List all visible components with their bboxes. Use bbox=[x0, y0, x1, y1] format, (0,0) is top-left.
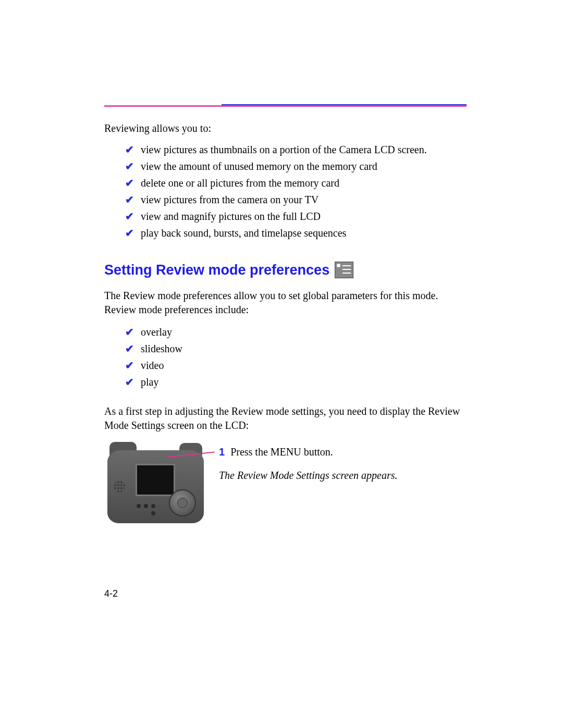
intro-text: Reviewing allows you to: bbox=[104, 122, 467, 134]
step-number: 1 bbox=[219, 446, 225, 458]
lead-in-text: As a first step in adjusting the Review … bbox=[104, 404, 467, 433]
camera-lcd-icon bbox=[136, 464, 175, 496]
page-number: 4-2 bbox=[104, 588, 467, 599]
list-item: view pictures as thumbnails on a portion… bbox=[125, 142, 467, 157]
step-result: The Review Mode Settings screen appears. bbox=[219, 470, 398, 482]
step-row: 1 Press the MENU button. The Review Mode… bbox=[104, 440, 467, 526]
step-instruction: Press the MENU button. bbox=[230, 446, 333, 458]
list-item: view pictures from the camera on your TV bbox=[125, 192, 467, 207]
review-settings-icon bbox=[335, 262, 353, 278]
camera-speaker-icon bbox=[114, 480, 125, 492]
list-item: video bbox=[125, 357, 467, 373]
list-item: slideshow bbox=[125, 341, 467, 356]
list-item: overlay bbox=[125, 324, 467, 340]
list-item: play back sound, bursts, and timelapse s… bbox=[125, 225, 467, 241]
section-heading: Setting Review mode preferences bbox=[104, 262, 467, 278]
list-item: view and magnify pictures on the full LC… bbox=[125, 208, 467, 224]
header-rule-pink bbox=[104, 105, 467, 107]
camera-back-illustration bbox=[104, 440, 209, 526]
section-paragraph: The Review mode preferences allow you to… bbox=[104, 289, 467, 317]
camera-dial-icon bbox=[169, 489, 196, 516]
feature-list: view pictures as thumbnails on a portion… bbox=[125, 142, 467, 241]
list-item: delete one or all pictures from the memo… bbox=[125, 175, 467, 191]
list-item: play bbox=[125, 374, 467, 390]
preferences-list: overlay slideshow video play bbox=[125, 324, 467, 390]
step-text: 1 Press the MENU button. The Review Mode… bbox=[219, 440, 398, 482]
section-heading-text: Setting Review mode preferences bbox=[104, 262, 329, 278]
camera-buttons-icon bbox=[137, 504, 157, 516]
list-item: view the amount of unused memory on the … bbox=[125, 158, 467, 174]
